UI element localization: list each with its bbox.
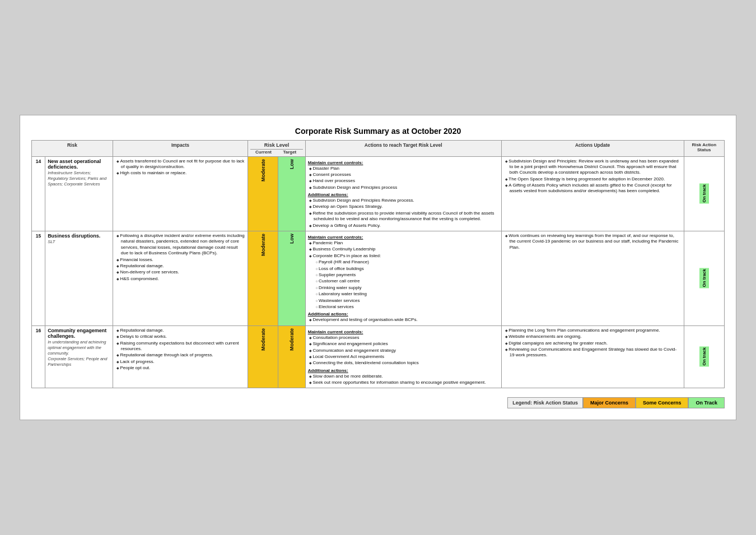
risk-cell: Community engagement challenges.In under… [45,325,113,388]
impact-item: Lack of progress. [115,359,245,365]
legend-label: Legend: Risk Action Status [507,397,583,408]
target-level-text: Moderate [289,328,295,351]
update-item: The Open Space Strategy is being progres… [504,176,682,182]
control-item: Communication and engagement strategy [308,348,499,353]
current-level-cell: Moderate [248,325,278,388]
impacts-list: Following a disruptive incident and/or e… [115,233,245,282]
status-cell: On track [684,156,724,231]
sub-control-item: Drinking water supply [315,285,499,291]
maintain-controls-label: Maintain current controls: [308,329,499,334]
update-cell: Subdivision Design and Principles: Revie… [501,156,684,231]
additional-actions-label: Additional actions: [308,192,499,197]
legend-some: Some Concerns [636,397,689,408]
sub-control-item: Customer call centre [315,278,499,284]
update-cell: Planning the Long Term Plan communicatio… [501,325,684,388]
impact-item: People opt out. [115,365,245,371]
current-level-text: Moderate [260,159,266,182]
status-badge: On track [699,183,709,203]
status-badge: On track [699,346,709,366]
risk-cell: New asset operational deficiencies.Infra… [45,156,113,231]
control-item: Consent processes [308,172,499,178]
control-item: Consultation processes [308,335,499,341]
impacts-list: Assets transferred to Council are not fi… [115,159,245,176]
control-item: Hand over processes [308,178,499,184]
target-level-text: Low [289,159,295,169]
main-table: Risk Impacts Risk Level Current Target A… [31,140,725,389]
sub-header-target: Target [277,150,303,155]
additional-actions-label: Additional actions: [308,368,499,373]
update-item: Subdivision Design and Principles: Revie… [504,159,682,176]
control-item: Local Government Act requirements [308,354,499,360]
current-level-cell: Moderate [248,231,278,326]
additional-item: Seek out more opportunities for informat… [308,380,499,385]
controls-list: Disaster PlanConsent processesHand over … [308,166,499,191]
status-cell: On track [684,325,724,388]
update-item: Work continues on reviewing key learning… [504,233,682,250]
control-item: Disaster Plan [308,166,499,171]
risk-sub-detail: In understanding and achieving optimal e… [48,339,106,356]
risk-sub: Corporate Services; People and Partnersh… [48,356,107,367]
col-header-risk-level: Risk Level Current Target [248,140,306,156]
table-row: 16Community engagement challenges.In und… [32,325,725,388]
impact-item: Reputational damage. [115,263,245,269]
controls-list: Pandemic PlanBusiness Continuity Leaders… [308,240,499,259]
col-header-risk: Risk [32,140,113,156]
table-row: 14New asset operational deficiencies.Inf… [32,156,725,231]
risk-sub: Infrastructure Services; Regulatory Serv… [48,170,106,187]
update-item: Digital campaigns are achieving far grea… [504,341,682,346]
maintain-controls-label: Maintain current controls: [308,160,499,165]
row-number: 15 [32,231,45,326]
risk-title: New asset operational deficiencies. [48,159,101,170]
page: Corporate Risk Summary as at October 202… [20,115,736,421]
update-list: Work continues on reviewing key learning… [504,233,682,250]
impact-item: Following a disruptive incident and/or e… [115,233,245,257]
impact-item: Delays to critical works. [115,334,245,339]
current-level-text: Moderate [260,234,266,256]
status-badge: On track [699,268,709,288]
additional-list: Slow down and be more deliberate.Seek ou… [308,374,499,386]
sub-control-item: Laboratory water testing [315,291,499,297]
risk-title: Community engagement challenges. [48,328,106,339]
sub-header-container: Current Target [250,150,303,155]
additional-item: Development and testing of organisation-… [308,317,499,323]
col-header-actions: Actions to reach Target Risk Level [305,140,501,156]
risk-sub: SLT [48,239,55,244]
additional-list: Development and testing of organisation-… [308,317,499,323]
sub-controls-list: Payroll (HR and Finance)Loss of office b… [308,259,499,310]
risk-title: Business disruptions. [48,233,100,239]
update-item: Reviewing our Communications and Engagem… [504,347,682,359]
update-list: Subdivision Design and Principles: Revie… [504,159,682,194]
additional-item: Subdivision Design and Principles Review… [308,198,499,203]
actions-cell: Maintain current controls:Pandemic PlanB… [305,231,501,326]
control-item: Connecting the dots, blend/extend consul… [308,360,499,366]
impact-item: Raising community expectations but disco… [115,341,245,352]
impacts-cell: Reputational damage.Delays to critical w… [113,325,248,388]
target-level-text: Low [289,234,295,244]
additional-actions-label: Additional actions: [308,311,499,317]
impact-item: Non-delivery of core services. [115,269,245,275]
additional-item: Develop a Gifting of Assets Policy. [308,223,499,229]
control-item: Pandemic Plan [308,240,499,246]
page-title: Corporate Risk Summary as at October 202… [31,127,725,136]
actions-cell: Maintain current controls:Disaster PlanC… [305,156,501,231]
impact-item: H&S compromised. [115,276,245,282]
impacts-cell: Following a disruptive incident and/or e… [113,231,248,326]
col-header-update: Actions Update [501,140,684,156]
impact-item: High costs to maintain or replace. [115,170,245,176]
status-cell: On track [684,231,724,326]
impact-item: Reputational damage. [115,328,245,333]
control-item: Subdivision Design and Principles proces… [308,185,499,190]
col-header-status: Risk Action Status [684,140,724,156]
risk-level-header-text: Risk Level [250,142,303,150]
update-item: A Gifting of Assets Policy which include… [504,183,682,194]
legend-row: Legend: Risk Action Status Major Concern… [31,397,725,408]
additional-item: Slow down and be more deliberate. [308,374,499,379]
control-item: Significance and engagement policies [308,341,499,347]
legend-ontrack: On Track [688,397,725,408]
row-number: 14 [32,156,45,231]
update-item: Website enhancements are ongoing. [504,334,682,339]
target-level-cell: Low [278,156,305,231]
control-item: Business Continuity Leadership [308,246,499,252]
sub-control-item: Wastewater services [315,298,499,304]
update-item: Planning the Long Term Plan communicatio… [504,328,682,333]
